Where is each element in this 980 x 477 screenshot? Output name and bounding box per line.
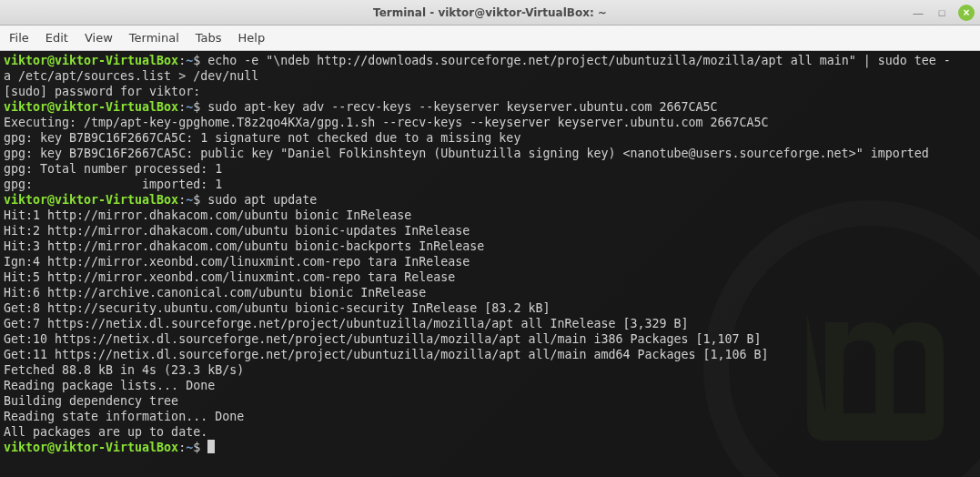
output-line: gpg: key B7B9C16F2667CA5C: public key "D… — [4, 147, 929, 160]
command-text: echo -e "\ndeb http://downloads.sourcefo… — [200, 54, 951, 67]
prompt-sep: : — [178, 100, 186, 114]
prompt-symbol: $ — [193, 193, 200, 207]
output-line: [sudo] password for viktor: — [4, 85, 200, 98]
output-line: Hit:3 http://mirror.dhakacom.com/ubuntu … — [4, 239, 484, 253]
cursor-icon — [207, 440, 215, 453]
prompt-path: ~ — [186, 441, 193, 454]
output-line: Hit:6 http://archive.canonical.com/ubunt… — [4, 286, 426, 299]
prompt-path: ~ — [186, 100, 193, 114]
prompt-symbol: $ — [193, 441, 200, 454]
prompt-symbol: $ — [193, 100, 200, 114]
prompt-symbol: $ — [193, 54, 200, 67]
minimize-button[interactable]: — — [911, 5, 925, 20]
output-line: Get:11 https://netix.dl.sourceforge.net/… — [4, 348, 769, 361]
output-line: Executing: /tmp/apt-key-gpghome.T8z2qo4K… — [4, 116, 769, 129]
output-line: gpg: imported: 1 — [4, 178, 222, 191]
output-line: Get:8 http://security.ubuntu.com/ubuntu … — [4, 301, 550, 315]
output-line: Get:7 https://netix.dl.sourceforge.net/p… — [4, 317, 689, 330]
output-line: Hit:5 http://mirror.xeonbd.com/linuxmint… — [4, 270, 455, 284]
prompt-path: ~ — [186, 54, 193, 67]
menu-edit[interactable]: Edit — [45, 31, 68, 45]
maximize-button[interactable]: □ — [935, 5, 949, 20]
output-line: Building dependency tree — [4, 394, 178, 408]
command-text-cont: a /etc/apt/sources.list > /dev/null — [4, 69, 258, 83]
output-line: gpg: key B7B9C16F2667CA5C: 1 signature n… — [4, 131, 520, 145]
menu-terminal[interactable]: Terminal — [129, 31, 179, 45]
menu-file[interactable]: File — [9, 31, 29, 45]
prompt-userhost: viktor@viktor-VirtualBox — [4, 54, 178, 67]
command-text: sudo apt-key adv --recv-keys --keyserver… — [200, 100, 717, 114]
menu-help[interactable]: Help — [238, 31, 266, 45]
close-button[interactable]: × — [958, 5, 975, 21]
output-line: Fetched 88.8 kB in 4s (23.3 kB/s) — [4, 363, 244, 377]
output-line: Reading package lists... Done — [4, 379, 215, 392]
prompt-sep: : — [178, 54, 186, 67]
window-title: Terminal - viktor@viktor-VirtualBox: ~ — [373, 6, 607, 19]
prompt-path: ~ — [186, 193, 193, 207]
output-line: gpg: Total number processed: 1 — [4, 162, 222, 176]
window-controls: — □ × — [911, 5, 975, 21]
menubar: File Edit View Terminal Tabs Help — [0, 25, 980, 51]
titlebar[interactable]: Terminal - viktor@viktor-VirtualBox: ~ —… — [0, 0, 980, 25]
prompt-sep: : — [178, 193, 186, 207]
terminal-window: Terminal - viktor@viktor-VirtualBox: ~ —… — [0, 0, 980, 477]
output-line: All packages are up to date. — [4, 425, 207, 439]
output-line: Ign:4 http://mirror.xeonbd.com/linuxmint… — [4, 255, 470, 269]
output-line: Reading state information... Done — [4, 410, 244, 423]
prompt-sep: : — [178, 441, 186, 454]
output-line: Get:10 https://netix.dl.sourceforge.net/… — [4, 332, 762, 346]
command-text: sudo apt update — [200, 193, 317, 207]
terminal-content[interactable]: viktor@viktor-VirtualBox:~$ echo -e "\nd… — [0, 51, 980, 477]
output-line: Hit:1 http://mirror.dhakacom.com/ubuntu … — [4, 208, 411, 222]
menu-tabs[interactable]: Tabs — [196, 31, 222, 45]
prompt-userhost: viktor@viktor-VirtualBox — [4, 100, 178, 114]
menu-view[interactable]: View — [85, 31, 113, 45]
output-line: Hit:2 http://mirror.dhakacom.com/ubuntu … — [4, 224, 470, 238]
prompt-userhost: viktor@viktor-VirtualBox — [4, 441, 178, 454]
prompt-userhost: viktor@viktor-VirtualBox — [4, 193, 178, 207]
